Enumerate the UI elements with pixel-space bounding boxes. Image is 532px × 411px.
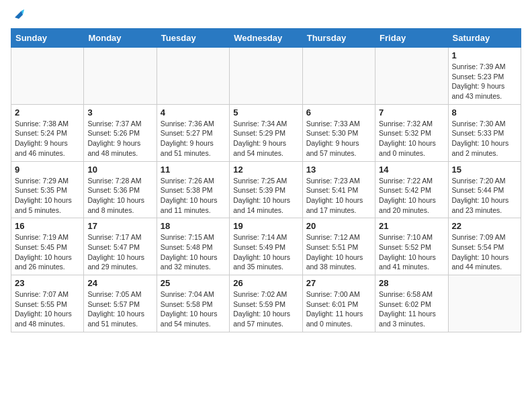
day-header-saturday: Saturday [448,29,521,48]
day-number: 6 [306,107,371,118]
day-number: 16 [15,221,80,231]
calendar-week-5: 23Sunrise: 7:07 AM Sunset: 5:55 PM Dayli… [11,275,521,332]
day-info: Sunrise: 7:34 AM Sunset: 5:29 PM Dayligh… [233,119,298,158]
calendar-day [375,48,448,105]
calendar-day: 18Sunrise: 7:15 AM Sunset: 5:48 PM Dayli… [157,218,229,275]
day-number: 14 [379,165,444,175]
logo [11,11,24,20]
calendar-day: 3Sunrise: 7:37 AM Sunset: 5:26 PM Daylig… [84,104,157,161]
calendar-day: 6Sunrise: 7:33 AM Sunset: 5:30 PM Daylig… [302,104,375,161]
day-number: 15 [452,165,517,175]
day-number: 26 [233,278,298,288]
day-number: 2 [15,107,80,118]
day-number: 25 [161,278,226,288]
calendar-day: 24Sunrise: 7:05 AM Sunset: 5:57 PM Dayli… [84,275,157,332]
day-number: 24 [87,278,152,288]
day-info: Sunrise: 7:05 AM Sunset: 5:57 PM Dayligh… [87,289,152,329]
calendar-day [448,275,521,332]
day-number: 27 [306,278,371,288]
day-header-friday: Friday [375,29,448,48]
calendar-table: SundayMondayTuesdayWednesdayThursdayFrid… [11,28,521,332]
day-number: 13 [306,165,371,175]
calendar-day: 10Sunrise: 7:28 AM Sunset: 5:36 PM Dayli… [84,161,157,218]
logo-bird-icon [12,8,24,20]
day-info: Sunrise: 7:36 AM Sunset: 5:27 PM Dayligh… [161,119,226,158]
calendar-day: 25Sunrise: 7:04 AM Sunset: 5:58 PM Dayli… [157,275,229,332]
calendar-day: 9Sunrise: 7:29 AM Sunset: 5:35 PM Daylig… [11,161,84,218]
day-info: Sunrise: 7:28 AM Sunset: 5:36 PM Dayligh… [87,176,152,216]
day-number: 7 [379,107,444,118]
day-header-wednesday: Wednesday [230,29,302,48]
day-number: 18 [161,221,226,231]
day-info: Sunrise: 7:00 AM Sunset: 6:01 PM Dayligh… [306,289,371,329]
calendar-header-row: SundayMondayTuesdayWednesdayThursdayFrid… [11,29,521,48]
page-header [11,11,521,20]
day-info: Sunrise: 7:29 AM Sunset: 5:35 PM Dayligh… [15,176,80,216]
day-number: 20 [306,221,371,231]
calendar-day: 12Sunrise: 7:25 AM Sunset: 5:39 PM Dayli… [230,161,302,218]
calendar-day: 22Sunrise: 7:09 AM Sunset: 5:54 PM Dayli… [448,218,521,275]
day-number: 1 [452,50,517,60]
calendar-day: 26Sunrise: 7:02 AM Sunset: 5:59 PM Dayli… [230,275,302,332]
calendar-day: 27Sunrise: 7:00 AM Sunset: 6:01 PM Dayli… [302,275,375,332]
day-number: 19 [233,221,298,231]
calendar-day: 1Sunrise: 7:39 AM Sunset: 5:23 PM Daylig… [448,48,521,105]
calendar-day: 14Sunrise: 7:22 AM Sunset: 5:42 PM Dayli… [375,161,448,218]
day-header-tuesday: Tuesday [157,29,229,48]
day-number: 12 [233,165,298,175]
day-info: Sunrise: 7:04 AM Sunset: 5:58 PM Dayligh… [161,289,226,329]
day-info: Sunrise: 7:38 AM Sunset: 5:24 PM Dayligh… [15,119,80,158]
day-header-thursday: Thursday [302,29,375,48]
day-number: 4 [161,107,226,118]
day-info: Sunrise: 7:22 AM Sunset: 5:42 PM Dayligh… [379,176,444,216]
day-number: 9 [15,165,80,175]
calendar-week-4: 16Sunrise: 7:19 AM Sunset: 5:45 PM Dayli… [11,218,521,275]
svg-marker-0 [15,11,23,19]
calendar-day: 5Sunrise: 7:34 AM Sunset: 5:29 PM Daylig… [230,104,302,161]
calendar-day: 11Sunrise: 7:26 AM Sunset: 5:38 PM Dayli… [157,161,229,218]
day-number: 23 [15,278,80,288]
day-number: 28 [379,278,444,288]
day-number: 3 [87,107,152,118]
day-number: 22 [452,221,517,231]
calendar-day: 17Sunrise: 7:17 AM Sunset: 5:47 PM Dayli… [84,218,157,275]
day-info: Sunrise: 7:32 AM Sunset: 5:32 PM Dayligh… [379,119,444,158]
day-number: 8 [452,107,517,118]
day-info: Sunrise: 7:14 AM Sunset: 5:49 PM Dayligh… [233,232,298,272]
day-info: Sunrise: 7:30 AM Sunset: 5:33 PM Dayligh… [452,119,517,158]
day-info: Sunrise: 7:25 AM Sunset: 5:39 PM Dayligh… [233,176,298,216]
day-number: 11 [161,165,226,175]
calendar-week-2: 2Sunrise: 7:38 AM Sunset: 5:24 PM Daylig… [11,104,521,161]
calendar-day: 21Sunrise: 7:10 AM Sunset: 5:52 PM Dayli… [375,218,448,275]
calendar-day [11,48,84,105]
day-info: Sunrise: 7:19 AM Sunset: 5:45 PM Dayligh… [15,232,80,272]
calendar-day: 13Sunrise: 7:23 AM Sunset: 5:41 PM Dayli… [302,161,375,218]
day-number: 17 [87,221,152,231]
calendar-day: 19Sunrise: 7:14 AM Sunset: 5:49 PM Dayli… [230,218,302,275]
calendar-day: 4Sunrise: 7:36 AM Sunset: 5:27 PM Daylig… [157,104,229,161]
day-info: Sunrise: 7:10 AM Sunset: 5:52 PM Dayligh… [379,232,444,272]
day-info: Sunrise: 7:15 AM Sunset: 5:48 PM Dayligh… [161,232,226,272]
calendar-day: 2Sunrise: 7:38 AM Sunset: 5:24 PM Daylig… [11,104,84,161]
day-info: Sunrise: 7:33 AM Sunset: 5:30 PM Dayligh… [306,119,371,158]
day-info: Sunrise: 7:12 AM Sunset: 5:51 PM Dayligh… [306,232,371,272]
calendar-day: 7Sunrise: 7:32 AM Sunset: 5:32 PM Daylig… [375,104,448,161]
day-info: Sunrise: 7:09 AM Sunset: 5:54 PM Dayligh… [452,232,517,272]
day-number: 10 [87,165,152,175]
day-info: Sunrise: 7:39 AM Sunset: 5:23 PM Dayligh… [452,62,517,101]
calendar-day [302,48,375,105]
day-header-monday: Monday [84,29,157,48]
day-info: Sunrise: 7:07 AM Sunset: 5:55 PM Dayligh… [15,289,80,329]
calendar-week-3: 9Sunrise: 7:29 AM Sunset: 5:35 PM Daylig… [11,161,521,218]
day-info: Sunrise: 7:17 AM Sunset: 5:47 PM Dayligh… [87,232,152,272]
calendar-day: 16Sunrise: 7:19 AM Sunset: 5:45 PM Dayli… [11,218,84,275]
calendar-day: 20Sunrise: 7:12 AM Sunset: 5:51 PM Dayli… [302,218,375,275]
day-number: 5 [233,107,298,118]
calendar-day [230,48,302,105]
calendar-week-1: 1Sunrise: 7:39 AM Sunset: 5:23 PM Daylig… [11,48,521,105]
day-info: Sunrise: 7:37 AM Sunset: 5:26 PM Dayligh… [87,119,152,158]
day-number: 21 [379,221,444,231]
calendar-day [157,48,229,105]
day-info: Sunrise: 7:26 AM Sunset: 5:38 PM Dayligh… [161,176,226,216]
calendar-day: 8Sunrise: 7:30 AM Sunset: 5:33 PM Daylig… [448,104,521,161]
